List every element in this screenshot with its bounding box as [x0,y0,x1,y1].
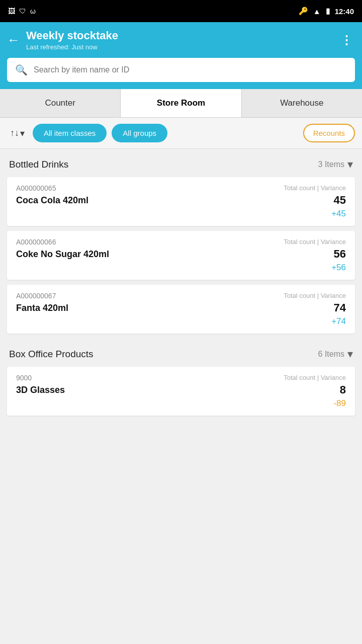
count-value: 74 [284,301,346,314]
variance-value: +56 [284,263,346,273]
back-button[interactable]: ← [7,32,20,48]
item-card[interactable]: A000000066 Coke No Sugar 420ml Total cou… [7,231,355,280]
tab-storeroom[interactable]: Store Room [121,89,241,117]
category-name: Box Office Products [9,349,94,360]
item-name: Coca Cola 420ml [16,195,88,206]
status-icons-right: 🔑 ▲ ▮ 12:40 [299,7,354,16]
item-card[interactable]: A000000065 Coca Cola 420ml Total count |… [7,177,355,226]
tab-counter[interactable]: Counter [0,89,121,117]
search-input[interactable] [34,65,347,74]
page-title: Weekly stocktake [26,29,118,42]
variance-value: +45 [284,209,346,219]
last-refreshed: Last refreshed: Just now [26,43,118,51]
item-name: Coke No Sugar 420ml [16,249,109,260]
tabs: Counter Store Room Warehouse [0,89,362,118]
filter-row: ↑↓ ▾ All item classes All groups Recount… [0,118,362,149]
photo-icon: 🖼 [8,7,15,15]
category-count: 3 Items ▾ [318,158,353,171]
search-box: 🔍 [7,58,355,82]
variance-value: +74 [284,316,346,327]
item-name: 3D Glasses [16,385,65,395]
chevron-down-icon: ▾ [347,348,353,361]
count-label: Total count | Variance [284,292,346,299]
category-count: 6 Items ▾ [318,348,353,361]
count-label: Total count | Variance [284,238,346,246]
clock: 12:40 [335,7,354,16]
header-title-block: Weekly stocktake Last refreshed: Just no… [26,29,118,51]
search-icon: 🔍 [15,64,28,76]
sort-button[interactable]: ↑↓ ▾ [7,126,28,141]
all-item-classes-button[interactable]: All item classes [33,124,107,142]
item-id: A000000067 [16,292,68,300]
tab-warehouse[interactable]: Warehouse [242,89,362,117]
status-icons-left: 🖼 🛡 ω [8,7,36,15]
category-box-office[interactable]: Box Office Products 6 Items ▾ [0,339,362,367]
item-id: 9000 [16,374,65,382]
item-id: A000000065 [16,184,88,192]
variance-value: -89 [284,398,346,409]
count-label: Total count | Variance [284,184,346,192]
content: Bottled Drinks 3 Items ▾ A000000065 Coca… [0,149,362,431]
item-card[interactable]: A000000067 Fanta 420ml Total count | Var… [7,285,355,334]
category-name: Bottled Drinks [9,159,68,170]
wifi-icon: ▲ [313,7,321,16]
sort-updown-icon: ↑↓ [10,128,19,138]
count-value: 8 [284,383,346,396]
text-icon: ω [30,7,36,15]
shield-icon: 🛡 [19,7,26,15]
status-bar: 🖼 🛡 ω 🔑 ▲ ▮ 12:40 [0,0,362,22]
count-value: 56 [284,248,346,261]
recounts-button[interactable]: Recounts [303,124,355,142]
count-label: Total count | Variance [284,374,346,381]
sort-chevron-icon: ▾ [20,128,25,139]
chevron-down-icon: ▾ [347,158,353,171]
item-id: A000000066 [16,238,109,246]
count-value: 45 [284,194,346,207]
battery-icon: ▮ [326,7,330,16]
header: ← Weekly stocktake Last refreshed: Just … [0,22,362,58]
item-card[interactable]: 9000 3D Glasses Total count | Variance 8… [7,367,355,416]
search-container: 🔍 [0,58,362,89]
overflow-menu-button[interactable]: ⋮ [340,33,353,47]
key-icon: 🔑 [299,7,308,16]
all-groups-button[interactable]: All groups [112,124,167,142]
category-bottled-drinks[interactable]: Bottled Drinks 3 Items ▾ [0,149,362,177]
item-name: Fanta 420ml [16,303,68,313]
